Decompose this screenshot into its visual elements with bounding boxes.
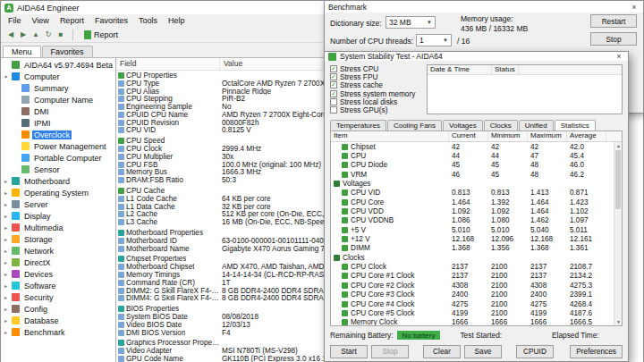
- stats-row-cpu-core-1-clock[interactable]: CPU Core #1 Clock2137210021372134.2: [331, 272, 622, 281]
- expand-arrow-icon[interactable]: ▸: [3, 213, 9, 219]
- expand-arrow-icon[interactable]: ▸: [3, 271, 9, 277]
- expand-arrow-icon[interactable]: ▸: [3, 329, 9, 335]
- clear-button[interactable]: Clear: [423, 345, 461, 358]
- column-header-minimum[interactable]: Minimum: [488, 131, 528, 141]
- stats-row-cpu[interactable]: CPU44444745.4: [331, 151, 622, 160]
- menu-help[interactable]: Help: [164, 15, 190, 26]
- expand-arrow-icon[interactable]: ▸: [3, 224, 9, 231]
- tree-item-storage[interactable]: ▸Storage: [1, 233, 115, 245]
- close-icon[interactable]: ×: [614, 52, 624, 61]
- stats-row-cpu-vdd[interactable]: CPU VDD1.0921.0921.4641.102: [331, 206, 622, 215]
- expand-arrow-icon[interactable]: ▸: [3, 178, 9, 184]
- stats-row-cpu-core-2-clock[interactable]: CPU Core #2 Clock4308210043084275.3: [331, 281, 622, 290]
- column-header-field[interactable]: Field: [116, 58, 220, 70]
- stability-title-bar[interactable]: System Stability Test - AIDA64 ×: [325, 52, 628, 61]
- expand-arrow-icon[interactable]: ▸: [3, 259, 9, 265]
- tree-item-motherboard[interactable]: ▸Motherboard: [1, 175, 115, 187]
- tree-item-benchmark[interactable]: ▸Benchmark: [1, 326, 115, 338]
- tab-temperatures[interactable]: Temperatures: [330, 120, 386, 130]
- tree-item-display[interactable]: ▸Display: [1, 210, 115, 222]
- cpu-threads-select[interactable]: 1 ▼: [416, 34, 452, 46]
- tree-item-sensor[interactable]: Sensor: [1, 164, 115, 175]
- expand-arrow-icon[interactable]: ▸: [3, 317, 9, 324]
- column-header-current[interactable]: Current: [449, 131, 488, 141]
- stats-scrollbar[interactable]: ▲ ▼: [614, 142, 622, 325]
- scroll-down-icon[interactable]: ▼: [614, 318, 623, 325]
- stats-row-5-v[interactable]: +5 V5.0105.0105.0405.011: [331, 225, 622, 234]
- tree-item-computer[interactable]: ▾Computer: [1, 71, 115, 82]
- checkbox-stress-local-disks[interactable]: Stress local disks: [330, 97, 421, 105]
- scrollbar-thumb[interactable]: [615, 150, 621, 209]
- cpuid-button[interactable]: CPUID: [516, 345, 554, 358]
- dictionary-size-select[interactable]: 32 MB ▼: [386, 16, 436, 29]
- stats-row-chipset[interactable]: Chipset42424242.0: [331, 142, 622, 151]
- checkbox-stress-cpu[interactable]: ✓Stress CPU: [330, 65, 421, 73]
- menu-file[interactable]: File: [4, 15, 26, 26]
- checkbox-stress-system-memory[interactable]: ✓Stress system memory: [330, 89, 421, 97]
- benchmark-title-bar[interactable]: Benchmark ×: [325, 1, 643, 13]
- stats-row-cpu-vid[interactable]: CPU VID0.8130.8131.4130.871: [331, 189, 622, 198]
- start-button[interactable]: Start: [330, 345, 368, 358]
- tab-voltages[interactable]: Voltages: [443, 120, 483, 130]
- tree-item-security[interactable]: ▸Security: [1, 291, 115, 303]
- tree-item-overclock[interactable]: Overclock: [1, 129, 115, 140]
- menu-favorites[interactable]: Favorites: [90, 15, 132, 26]
- stats-row-cpu-clock[interactable]: CPU Clock2137210021372108.7: [331, 262, 622, 271]
- expand-arrow-icon[interactable]: ▸: [3, 248, 9, 254]
- tree-item-portable-computer[interactable]: Portable Computer: [1, 152, 115, 164]
- tree-item-directx[interactable]: ▸DirectX: [1, 257, 115, 268]
- checkbox-stress-cache[interactable]: ✓Stress cache: [330, 81, 421, 89]
- tab-menu[interactable]: Menu: [3, 46, 41, 57]
- menu-report[interactable]: Report: [55, 15, 89, 26]
- menu-tools[interactable]: Tools: [134, 15, 162, 26]
- tree-item-dmi[interactable]: DMI: [1, 105, 115, 117]
- close-icon[interactable]: ×: [629, 3, 640, 12]
- report-button[interactable]: Report: [79, 29, 123, 40]
- stats-row-memory-clock[interactable]: Memory Clock1666166616661666.5: [331, 318, 622, 325]
- tree-item-multimedia[interactable]: ▸Multimedia: [1, 222, 115, 233]
- tree-item-server[interactable]: ▸Server: [1, 198, 115, 210]
- column-header-average[interactable]: Average: [567, 131, 606, 141]
- save-button[interactable]: Save: [464, 345, 502, 358]
- stats-row-cpu-vddnb[interactable]: CPU VDDNB1.0861.0801.4621.097: [331, 216, 622, 225]
- tree-item-power-management[interactable]: Power Management: [1, 140, 115, 152]
- tree-item-database[interactable]: ▸Database: [1, 315, 115, 326]
- back-arrow-icon[interactable]: ◀: [4, 29, 17, 41]
- expand-arrow-icon[interactable]: ▸: [3, 294, 9, 300]
- stats-row-cpu-core-4-clock[interactable]: CPU Core #4 Clock4275210042754268.4: [331, 299, 622, 308]
- forward-arrow-icon[interactable]: ▶: [17, 29, 30, 41]
- stats-row-cpu-diode[interactable]: CPU Diode45454846.0: [331, 161, 622, 170]
- stop-icon[interactable]: ■: [55, 29, 67, 41]
- stats-row-12-v[interactable]: +12 V12.16812.09612.16812.161: [331, 234, 622, 243]
- stats-row-cpu-core[interactable]: CPU Core1.4641.3921.4641.423: [331, 198, 622, 206]
- column-header-maximum[interactable]: Maximum: [528, 131, 567, 141]
- tree-item-summary[interactable]: Summary: [1, 82, 115, 94]
- column-header-status[interactable]: Status: [492, 65, 519, 74]
- tree-item-software[interactable]: ▸Software: [1, 280, 115, 291]
- restart-button[interactable]: Restart: [590, 14, 637, 28]
- tab-unified[interactable]: Unified: [519, 120, 554, 130]
- tab-favorites[interactable]: Favorites: [42, 46, 93, 57]
- expand-arrow-icon[interactable]: ▸: [3, 189, 9, 196]
- stats-row-cpu-core-5-clock[interactable]: CPU Core #5 Clock4199210041994187.6: [331, 308, 622, 317]
- stress-log-list[interactable]: [428, 75, 622, 114]
- tree-item-ipmi[interactable]: IPMI: [1, 117, 115, 129]
- refresh-icon[interactable]: ↻: [42, 29, 55, 41]
- stats-row-cpu-core-3-clock[interactable]: CPU Core #3 Clock2400210024002399.1: [331, 290, 622, 299]
- stats-row-dimm[interactable]: DIMM1.3681.3561.3681.361: [331, 244, 622, 253]
- expand-arrow-icon[interactable]: ▸: [3, 306, 9, 312]
- benchmark-stop-button[interactable]: Stop: [590, 32, 637, 46]
- scroll-up-icon[interactable]: ▲: [614, 142, 623, 149]
- column-header-date-time[interactable]: Date & Time: [428, 65, 492, 74]
- checkbox-stress-fpu[interactable]: ✓Stress FPU: [330, 73, 421, 81]
- tree-item-config[interactable]: ▸Config: [1, 303, 115, 315]
- up-arrow-icon[interactable]: ▲: [30, 29, 42, 41]
- tab-cooling-fans[interactable]: Cooling Fans: [387, 120, 442, 130]
- collapse-arrow-icon[interactable]: ▾: [3, 73, 9, 80]
- tree-item-network[interactable]: ▸Network: [1, 245, 115, 257]
- expand-arrow-icon[interactable]: ▸: [3, 201, 9, 207]
- preferences-button[interactable]: Preferences: [570, 345, 623, 358]
- tree-item-devices[interactable]: ▸Devices: [1, 268, 115, 280]
- menu-view[interactable]: View: [28, 15, 54, 26]
- tree-item-aida64-v5-97-4694-beta[interactable]: AIDA64 v5.97.4694 Beta: [1, 59, 115, 71]
